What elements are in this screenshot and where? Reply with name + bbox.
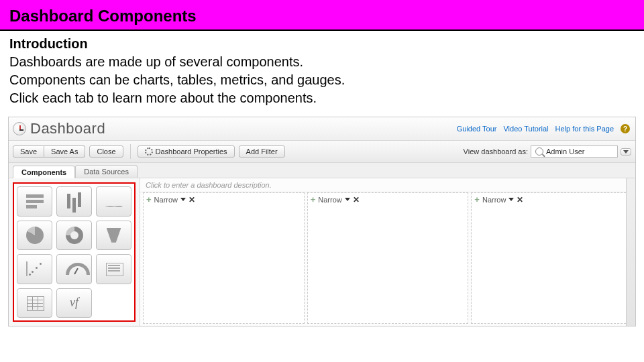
intro-heading: Introduction: [9, 35, 635, 53]
components-panel: vf: [9, 178, 140, 326]
scatter-chart-icon: [25, 260, 45, 278]
column-header: + Narrow ✕: [144, 193, 304, 206]
app-title: Dashboard: [30, 120, 105, 137]
table-icon: [25, 294, 45, 312]
column-width-label[interactable]: Narrow: [482, 196, 506, 204]
donut-chart-component[interactable]: [56, 221, 92, 251]
line-chart-icon: [104, 192, 124, 210]
close-button[interactable]: Close: [89, 145, 123, 158]
column-width-label[interactable]: Narrow: [154, 196, 178, 204]
canvas-column-3[interactable]: + Narrow ✕: [471, 192, 633, 324]
dashboard-icon: [13, 122, 26, 135]
column-width-label[interactable]: Narrow: [318, 196, 341, 204]
close-icon[interactable]: ✕: [189, 195, 195, 204]
running-user-field[interactable]: Admin User: [531, 145, 618, 158]
view-as-control: View dashboard as: Admin User: [464, 145, 631, 158]
toolbar-separator: [130, 144, 131, 159]
dashboard-description-input[interactable]: Click to enter a dashboard description.: [140, 178, 635, 192]
chevron-down-icon[interactable]: [345, 198, 350, 201]
metric-icon: [104, 260, 124, 278]
slide-title: Dashboard Components: [9, 7, 197, 25]
intro-line-3: Click each tab to learn more about the c…: [9, 89, 635, 107]
intro-line-1: Dashboards are made up of several compon…: [9, 53, 635, 71]
vertical-bar-chart-component[interactable]: [56, 186, 92, 217]
add-column-icon[interactable]: +: [146, 194, 152, 204]
visualforce-icon: vf: [70, 296, 78, 310]
table-component[interactable]: [17, 288, 52, 318]
dashboard-builder-app: Dashboard Guided Tour Video Tutorial Hel…: [8, 117, 636, 326]
line-chart-component[interactable]: [96, 186, 131, 217]
canvas-column-1[interactable]: + Narrow ✕: [143, 192, 305, 324]
close-icon[interactable]: ✕: [353, 195, 360, 204]
canvas-columns: + Narrow ✕ + Narrow ✕: [140, 192, 635, 324]
search-icon: [535, 147, 543, 156]
visualforce-component[interactable]: vf: [56, 288, 92, 318]
slide-title-banner: Dashboard Components: [0, 0, 644, 31]
funnel-chart-icon: [104, 227, 124, 244]
dashboard-canvas: Click to enter a dashboard description. …: [140, 178, 635, 326]
intro-line-2: Components can be charts, tables, metric…: [9, 71, 635, 89]
add-column-icon[interactable]: +: [474, 194, 480, 204]
funnel-chart-component[interactable]: [96, 221, 131, 251]
donut-chart-icon: [66, 227, 83, 244]
gear-icon: [145, 147, 153, 156]
dashboard-properties-button[interactable]: Dashboard Properties: [138, 145, 235, 158]
video-tutorial-link[interactable]: Video Tutorial: [503, 125, 548, 133]
chevron-down-icon: [623, 150, 629, 154]
help-link[interactable]: Help for this Page: [555, 125, 614, 133]
intro-block: Introduction Dashboards are made up of s…: [0, 31, 644, 113]
column-header: + Narrow ✕: [472, 193, 632, 206]
component-palette: vf: [13, 182, 136, 322]
tab-components[interactable]: Components: [13, 166, 75, 178]
vertical-scrollbar[interactable]: [626, 178, 635, 326]
gauge-component[interactable]: [56, 254, 92, 284]
chevron-down-icon[interactable]: [180, 198, 186, 201]
running-user-value: Admin User: [546, 147, 584, 156]
scatter-chart-component[interactable]: [17, 254, 52, 284]
guided-tour-link[interactable]: Guided Tour: [457, 125, 497, 133]
chevron-down-icon[interactable]: [508, 198, 514, 201]
save-button[interactable]: Save: [13, 145, 44, 158]
header-links: Guided Tour Video Tutorial Help for this…: [457, 124, 630, 133]
workspace: vf Click to enter a dashboard descriptio…: [9, 178, 635, 326]
dashboard-properties-label: Dashboard Properties: [156, 147, 227, 156]
save-as-button[interactable]: Save As: [44, 145, 85, 158]
column-header: + Narrow ✕: [308, 193, 468, 206]
horizontal-bar-chart-icon: [25, 192, 45, 210]
app-header: Dashboard Guided Tour Video Tutorial Hel…: [9, 117, 635, 141]
pie-chart-component[interactable]: [17, 221, 52, 251]
canvas-column-2[interactable]: + Narrow ✕: [307, 192, 469, 324]
pie-chart-icon: [26, 227, 44, 244]
horizontal-bar-chart-component[interactable]: [17, 186, 52, 217]
add-filter-button[interactable]: Add Filter: [239, 145, 285, 158]
close-icon[interactable]: ✕: [517, 195, 523, 204]
side-panel-tabs: Components Data Sources: [9, 163, 635, 178]
vertical-bar-chart-icon: [64, 192, 85, 210]
metric-component[interactable]: [96, 254, 131, 284]
tab-data-sources[interactable]: Data Sources: [75, 165, 138, 178]
gauge-icon: [64, 260, 85, 278]
view-as-label: View dashboard as:: [464, 147, 528, 156]
help-icon[interactable]: ?: [621, 124, 630, 133]
toolbar: Save Save As Close Dashboard Properties …: [9, 141, 635, 163]
add-column-icon[interactable]: +: [311, 194, 316, 204]
running-user-dropdown-button[interactable]: [621, 148, 631, 156]
